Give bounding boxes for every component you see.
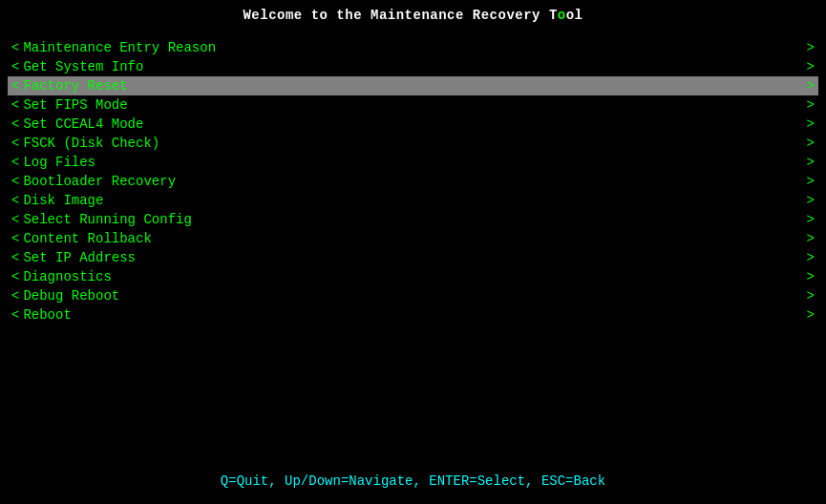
page-title: Welcome to the Maintenance Recovery Tool: [0, 8, 826, 23]
left-arrow-icon: <: [11, 307, 19, 323]
menu-item-3[interactable]: < Set FIPS Mode>: [8, 95, 818, 115]
footer-hint: Q=Quit, Up/Down=Navigate, ENTER=Select, …: [0, 466, 826, 496]
menu-item-label: Log Files: [23, 155, 802, 170]
right-arrow-icon: >: [807, 116, 815, 132]
left-arrow-icon: <: [11, 288, 19, 304]
menu-item-label: FSCK (Disk Check): [23, 136, 802, 151]
menu-item-label: Set FIPS Mode: [23, 97, 802, 113]
menu-item-5[interactable]: < FSCK (Disk Check)>: [8, 134, 818, 153]
left-arrow-icon: <: [11, 174, 19, 189]
right-arrow-icon: >: [807, 136, 815, 151]
menu-item-label: Content Rollback: [23, 231, 802, 246]
left-arrow-icon: <: [11, 269, 19, 284]
menu-item-label: Maintenance Entry Reason: [23, 40, 802, 55]
right-arrow-icon: >: [807, 40, 815, 55]
menu-item-10[interactable]: < Content Rollback>: [8, 229, 818, 248]
right-arrow-icon: >: [807, 155, 815, 170]
menu-item-2[interactable]: < Factory Reset>: [8, 76, 818, 95]
right-arrow-icon: >: [807, 59, 815, 74]
menu-container: < Maintenance Entry Reason>< Get System …: [0, 38, 826, 466]
menu-item-13[interactable]: < Debug Reboot>: [8, 286, 818, 305]
menu-item-label: Factory Reset: [23, 78, 802, 94]
right-arrow-icon: >: [807, 269, 815, 284]
menu-item-1[interactable]: < Get System Info>: [8, 57, 818, 76]
menu-item-14[interactable]: < Reboot>: [8, 305, 818, 325]
left-arrow-icon: <: [11, 136, 19, 151]
menu-item-label: Diagnostics: [23, 269, 802, 284]
left-arrow-icon: <: [11, 97, 19, 113]
right-arrow-icon: >: [807, 78, 815, 94]
menu-item-6[interactable]: < Log Files>: [8, 153, 818, 172]
right-arrow-icon: >: [807, 288, 815, 304]
right-arrow-icon: >: [807, 174, 815, 189]
menu-item-label: Set CCEAL4 Mode: [23, 116, 802, 132]
menu-item-label: Reboot: [23, 307, 802, 323]
main-screen: Welcome to the Maintenance Recovery Tool…: [0, 0, 826, 504]
menu-item-7[interactable]: < Bootloader Recovery>: [8, 172, 818, 191]
left-arrow-icon: <: [11, 59, 19, 74]
menu-item-8[interactable]: < Disk Image>: [8, 191, 818, 210]
right-arrow-icon: >: [807, 231, 815, 246]
left-arrow-icon: <: [11, 78, 19, 94]
left-arrow-icon: <: [11, 40, 19, 55]
menu-item-label: Set IP Address: [23, 250, 802, 265]
left-arrow-icon: <: [11, 155, 19, 170]
menu-item-11[interactable]: < Set IP Address>: [8, 248, 818, 267]
menu-item-12[interactable]: < Diagnostics>: [8, 267, 818, 286]
right-arrow-icon: >: [807, 250, 815, 265]
menu-item-label: Get System Info: [23, 59, 802, 74]
left-arrow-icon: <: [11, 212, 19, 227]
right-arrow-icon: >: [807, 307, 815, 323]
menu-item-label: Disk Image: [23, 193, 802, 208]
left-arrow-icon: <: [11, 193, 19, 208]
menu-item-label: Select Running Config: [23, 212, 802, 227]
right-arrow-icon: >: [807, 193, 815, 208]
menu-item-4[interactable]: < Set CCEAL4 Mode>: [8, 115, 818, 134]
right-arrow-icon: >: [807, 212, 815, 227]
left-arrow-icon: <: [11, 231, 19, 246]
menu-item-9[interactable]: < Select Running Config>: [8, 210, 818, 229]
left-arrow-icon: <: [11, 116, 19, 132]
left-arrow-icon: <: [11, 250, 19, 265]
right-arrow-icon: >: [807, 97, 815, 113]
menu-item-label: Debug Reboot: [23, 288, 802, 304]
menu-item-0[interactable]: < Maintenance Entry Reason>: [8, 38, 818, 57]
menu-item-label: Bootloader Recovery: [23, 174, 802, 189]
